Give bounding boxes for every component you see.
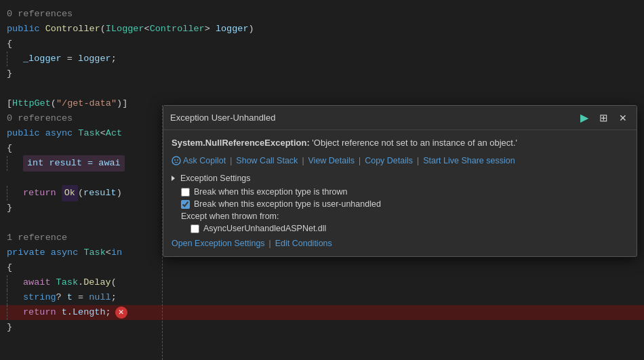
exception-settings: Exception Settings Break when this excep… (172, 174, 628, 233)
async-dll-row: AsyncUserUnhandledASPNet.dll (172, 224, 628, 233)
exception-type: System.NullReferenceException: (172, 138, 310, 148)
code-line-private-open: { (0, 260, 644, 275)
bottom-links: Open Exception Settings | Edit Condition… (172, 239, 628, 248)
popup-title: Exception User-Unhandled (170, 113, 275, 123)
code-line-ctor-close: } (0, 66, 644, 81)
copy-details-link[interactable]: Copy Details (365, 156, 413, 165)
break-thrown-checkbox[interactable] (181, 188, 190, 197)
view-details-link[interactable]: View Details (308, 156, 355, 165)
code-line-private-close: } (0, 320, 644, 335)
popup-titlebar: Exception User-Unhandled ▶ ⊞ ✕ (163, 106, 637, 130)
exception-message: System.NullReferenceException: 'Object r… (172, 137, 628, 149)
close-button[interactable]: ✕ (616, 111, 630, 125)
code-line-return-length: return t . Length ; ✕ (0, 305, 644, 320)
settings-label: Exception Settings (180, 174, 251, 183)
async-dll-label: AsyncUserUnhandledASPNet.dll (203, 224, 326, 233)
live-share-link[interactable]: Start Live Share session (423, 156, 515, 165)
popup-title-actions: ▶ ⊞ ✕ (578, 110, 630, 125)
exception-popup: Exception User-Unhandled ▶ ⊞ ✕ System.Nu… (163, 105, 637, 257)
show-call-stack-link[interactable]: Show Call Stack (236, 156, 298, 165)
code-line-string-null: string ? t = null ; (0, 290, 644, 305)
code-line-blank1 (0, 81, 644, 96)
pin-button[interactable]: ⊞ (597, 111, 611, 125)
ask-copilot-link[interactable]: Ask Copilot (183, 156, 226, 165)
popup-body: System.NullReferenceException: 'Object r… (163, 130, 637, 256)
async-dll-checkbox[interactable] (190, 224, 199, 233)
edit-conditions-link[interactable]: Edit Conditions (275, 239, 332, 248)
break-unhandled-label: Break when this exception type is user-u… (194, 199, 381, 209)
error-indicator: ✕ (115, 306, 127, 319)
break-unhandled-row: Break when this exception type is user-u… (172, 199, 628, 209)
code-line-ref0: 0 references (0, 7, 644, 22)
break-thrown-label: Break when this exception type is thrown (194, 187, 348, 197)
code-line-ctor-open: { (0, 37, 644, 52)
svg-point-2 (177, 159, 178, 161)
exception-settings-title: Exception Settings (172, 174, 628, 183)
ref-count: 0 references (7, 7, 73, 22)
continue-button[interactable]: ▶ (578, 110, 591, 125)
svg-point-1 (174, 159, 176, 161)
exception-description: 'Object reference not set to an instance… (312, 138, 517, 148)
break-thrown-row: Break when this exception type is thrown (172, 187, 628, 197)
popup-action-links: Ask Copilot | Show Call Stack | View Det… (172, 156, 628, 165)
code-line-ctor: public Controller ( ILogger < Controller… (0, 22, 644, 37)
except-when-label: Except when thrown from: (172, 212, 628, 221)
copilot-icon (172, 156, 181, 165)
svg-point-0 (172, 157, 180, 165)
break-unhandled-checkbox[interactable] (181, 200, 190, 209)
open-exception-settings-link[interactable]: Open Exception Settings (172, 239, 265, 248)
expand-triangle (172, 176, 175, 181)
code-line-await-delay: await Task . Delay ( (0, 275, 644, 290)
code-line-logger: _logger = logger ; (0, 52, 644, 66)
